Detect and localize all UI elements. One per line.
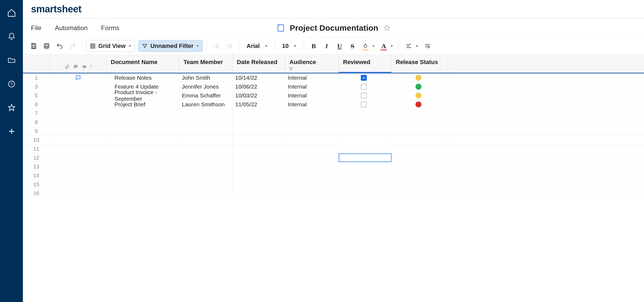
cell[interactable] xyxy=(233,162,285,171)
add-icon[interactable] xyxy=(7,127,16,136)
cell[interactable] xyxy=(285,153,339,162)
fill-color-button[interactable] xyxy=(359,40,371,52)
cell[interactable] xyxy=(179,136,233,144)
cell[interactable] xyxy=(179,162,233,171)
caret-icon[interactable]: ▼ xyxy=(390,44,393,48)
table-row[interactable]: 12 xyxy=(23,153,644,162)
cell-release-status[interactable] xyxy=(392,100,448,109)
column-header-document-name[interactable]: Document Name xyxy=(106,54,179,73)
table-row[interactable]: 5 Product Invoice - September Emma Schaf… xyxy=(23,91,644,100)
row-gutter[interactable] xyxy=(50,145,106,153)
undo-button[interactable] xyxy=(54,40,65,52)
row-gutter[interactable] xyxy=(50,180,106,189)
cell-document-name[interactable]: Project Brief xyxy=(106,100,179,109)
cell-team-member[interactable]: Jennifer Jones xyxy=(179,82,233,91)
table-row[interactable]: 10 xyxy=(23,136,644,145)
wrap-text-button[interactable] xyxy=(422,40,434,52)
cell[interactable] xyxy=(106,127,179,135)
cell[interactable] xyxy=(339,162,392,171)
text-color-button[interactable]: A xyxy=(378,40,390,52)
cell[interactable] xyxy=(179,109,233,118)
strikethrough-button[interactable]: S xyxy=(347,40,358,52)
cell[interactable] xyxy=(106,136,179,144)
table-row[interactable]: 16 xyxy=(23,189,644,198)
outdent-button[interactable] xyxy=(211,40,223,52)
row-gutter[interactable] xyxy=(50,171,106,180)
column-header-reviewed[interactable]: Reviewed xyxy=(339,54,392,73)
row-number[interactable]: 8 xyxy=(23,118,50,127)
cell[interactable] xyxy=(392,162,448,171)
sheet-title[interactable]: Project Documentation xyxy=(290,23,378,33)
cell[interactable] xyxy=(179,189,233,198)
recents-icon[interactable] xyxy=(7,79,16,89)
cell-release-status[interactable] xyxy=(392,91,448,100)
cell[interactable] xyxy=(339,153,392,162)
cell[interactable] xyxy=(106,118,179,127)
row-number[interactable]: 1 xyxy=(23,73,50,82)
row-number[interactable]: 13 xyxy=(23,162,50,171)
cell[interactable] xyxy=(106,153,179,162)
reviewed-checkbox[interactable] xyxy=(361,84,367,90)
cell[interactable] xyxy=(285,145,339,153)
cell[interactable] xyxy=(233,127,285,135)
cell[interactable] xyxy=(392,171,448,180)
cell[interactable] xyxy=(285,109,339,118)
cell[interactable] xyxy=(233,180,285,189)
cell[interactable] xyxy=(339,109,392,118)
row-gutter[interactable] xyxy=(50,118,106,127)
table-row[interactable]: 7 xyxy=(23,109,644,118)
cell[interactable] xyxy=(392,118,448,127)
column-header-release-status[interactable]: Release Status xyxy=(392,54,448,73)
cell[interactable] xyxy=(339,136,392,144)
row-gutter[interactable] xyxy=(50,162,106,171)
cell[interactable] xyxy=(106,189,179,198)
cell[interactable] xyxy=(285,136,339,144)
cell[interactable] xyxy=(179,145,233,153)
cell-audience[interactable]: Internal xyxy=(285,100,339,109)
row-number[interactable]: 12 xyxy=(23,153,50,162)
menu-file[interactable]: File xyxy=(31,24,41,32)
menu-automation[interactable]: Automation xyxy=(55,24,88,32)
table-row[interactable]: 15 xyxy=(23,180,644,189)
cell-team-member[interactable]: Lauren Smithson xyxy=(179,100,233,109)
row-number[interactable]: 14 xyxy=(23,171,50,180)
cell-release-status[interactable] xyxy=(392,82,448,91)
cell[interactable] xyxy=(179,153,233,162)
cell-audience[interactable]: Internal xyxy=(285,91,339,100)
cell-reviewed[interactable] xyxy=(339,100,392,109)
cell[interactable] xyxy=(179,127,233,135)
cell[interactable] xyxy=(233,136,285,144)
table-row[interactable]: 1 Release Notes John Smith 10/14/22 Inte… xyxy=(23,73,644,82)
table-row[interactable]: 9 xyxy=(23,127,644,136)
print-button[interactable] xyxy=(41,40,53,52)
favorites-icon[interactable] xyxy=(7,103,16,113)
cell[interactable] xyxy=(339,180,392,189)
font-size-selector[interactable]: 10▼ xyxy=(279,43,300,50)
cell-date-released[interactable]: 10/03/22 xyxy=(233,91,285,100)
save-button[interactable] xyxy=(28,40,40,52)
row-gutter[interactable] xyxy=(50,136,106,144)
caret-icon[interactable]: ▼ xyxy=(415,44,418,48)
cell-team-member[interactable]: John Smith xyxy=(179,73,233,82)
font-family-selector[interactable]: Arial▼ xyxy=(243,43,271,50)
favorite-toggle[interactable] xyxy=(383,24,391,32)
cell[interactable] xyxy=(285,189,339,198)
row-number[interactable]: 11 xyxy=(23,145,50,153)
row-gutter[interactable] xyxy=(50,109,106,118)
cell-reviewed[interactable] xyxy=(339,91,392,100)
cell[interactable] xyxy=(106,109,179,118)
cell-release-status[interactable] xyxy=(392,73,448,82)
cell[interactable] xyxy=(179,118,233,127)
row-gutter[interactable] xyxy=(50,189,106,198)
cell[interactable] xyxy=(233,145,285,153)
cell[interactable] xyxy=(285,180,339,189)
row-number[interactable]: 16 xyxy=(23,189,50,198)
row-number[interactable]: 6 xyxy=(23,100,50,109)
cell[interactable] xyxy=(339,171,392,180)
cell[interactable] xyxy=(106,162,179,171)
table-row[interactable]: 14 xyxy=(23,171,644,180)
filter-selector[interactable]: Unnamed Filter ▼ xyxy=(138,40,203,52)
cell[interactable] xyxy=(285,127,339,135)
notifications-icon[interactable] xyxy=(7,32,16,41)
cell[interactable] xyxy=(392,127,448,135)
